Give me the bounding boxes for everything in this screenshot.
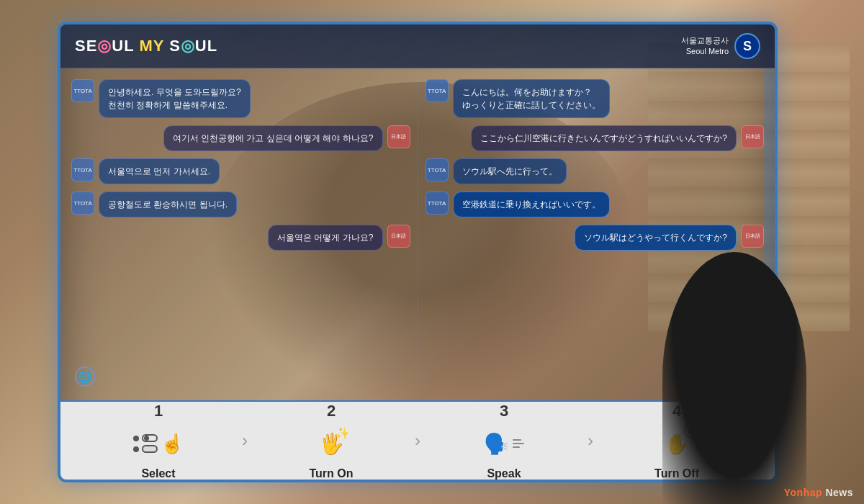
user-bubble-2: 서울역은 어떻게 가나요? 日本語: [71, 225, 410, 251]
system-avatar-jp-1: TTOTA: [426, 79, 449, 102]
step-2: 2 🖐️ ✨ Turn On: [248, 402, 415, 480]
user-text-jp-2: ソウル駅はどうやって行くんですか?: [575, 225, 737, 251]
system-bubble-2: TTOTA 서울역으로 먼저 가서세요.: [71, 158, 410, 184]
step-3-header: 3: [500, 402, 508, 420]
metro-logo: 서울교통공사 Seoul Metro S: [681, 33, 760, 59]
system-text-jp-3: 空港鉄道に乗り換えればいいです。: [453, 192, 610, 217]
system-text-2: 서울역으로 먼저 가서세요.: [99, 158, 220, 184]
step-1-number: 1: [154, 402, 163, 420]
step-3-number: 3: [500, 402, 508, 420]
system-avatar-jp-2: TTOTA: [426, 158, 449, 181]
person-silhouette: [662, 252, 806, 504]
step-3: 3 🗣️ Speak: [420, 402, 588, 480]
system-text-jp-1: こんにちは。何をお助けますか？ゆっくりと正確に話してください。: [453, 79, 610, 118]
step-2-header: 2: [327, 402, 336, 420]
globe-icon[interactable]: 🌐: [75, 366, 95, 387]
system-avatar-3: TTOTA: [71, 192, 94, 215]
top-bar: SE◎UL MY S◎UL 서울교통공사 Seoul Metro S: [60, 24, 775, 68]
system-bubble-1: TTOTA 안녕하세요. 무엇을 도와드릴까요?천천히 정확하게 말씀해주세요.: [71, 79, 410, 118]
system-text-3: 공항철도로 환승하시면 됩니다.: [99, 192, 237, 217]
step-1-label: Select: [141, 467, 175, 480]
system-text-jp-2: ソウル駅へ先に行って。: [453, 158, 567, 184]
user-text-jp-1: ここから仁川空港に行きたいんですがどうすればいいんですか?: [471, 125, 737, 151]
system-bubble-jp-1: TTOTA こんにちは。何をお助けますか？ゆっくりと正確に話してください。: [426, 79, 765, 118]
system-avatar-2: TTOTA: [71, 158, 94, 181]
step-2-number: 2: [327, 402, 336, 420]
user-avatar-jp-2: 日本語: [741, 225, 764, 248]
arrow-3: ›: [588, 431, 593, 451]
arrow-2: ›: [415, 431, 420, 451]
chat-left: TTOTA 안녕하세요. 무엇을 도와드릴까요?천천히 정확하게 말씀해주세요.…: [68, 76, 414, 394]
user-avatar-1: 日本語: [387, 125, 410, 148]
arrow-1: ›: [242, 431, 248, 451]
user-text-2: 서울역은 어떻게 가나요?: [268, 225, 382, 251]
system-avatar-1: TTOTA: [71, 79, 94, 102]
system-bubble-jp-3: TTOTA 空港鉄道に乗り換えればいいです。: [426, 192, 765, 217]
step-2-icon-area: 🖐️ ✨: [306, 424, 356, 464]
metro-symbol: S: [734, 33, 760, 59]
metro-name: 서울교통공사 Seoul Metro: [681, 35, 729, 58]
chat-divider: [418, 76, 418, 394]
step-1-header: 1: [154, 402, 163, 420]
user-bubble-jp-2: ソウル駅はどうやって行くんですか? 日本語: [426, 225, 765, 251]
seoul-logo: SE◎UL MY S◎UL: [75, 37, 217, 55]
step-1-icon-area: ☝️: [133, 424, 184, 464]
step-1: 1 ☝️: [75, 402, 242, 480]
step-3-icon-area: 🗣️: [479, 424, 529, 464]
step-3-label: Speak: [487, 467, 521, 480]
user-bubble-jp-1: ここから仁川空港に行きたいんですがどうすればいいんですか? 日本語: [426, 125, 765, 151]
watermark: Yonhap News: [784, 487, 853, 498]
system-avatar-jp-3: TTOTA: [426, 192, 449, 215]
user-bubble-1: 여기서 인천공항에 가고 싶은데 어떻게 해야 하나요? 日本語: [71, 125, 410, 151]
system-bubble-jp-2: TTOTA ソウル駅へ先に行って。: [426, 158, 765, 184]
system-text-1: 안녕하세요. 무엇을 도와드릴까요?천천히 정확하게 말씀해주세요.: [99, 79, 251, 118]
user-avatar-jp-1: 日本語: [741, 125, 764, 148]
user-text-1: 여기서 인천공항에 가고 싶은데 어떻게 해야 하나요?: [163, 125, 383, 151]
user-avatar-2: 日本語: [387, 225, 410, 248]
step-2-label: Turn On: [309, 467, 353, 480]
system-bubble-3: TTOTA 공항철도로 환승하시면 됩니다.: [71, 192, 410, 217]
